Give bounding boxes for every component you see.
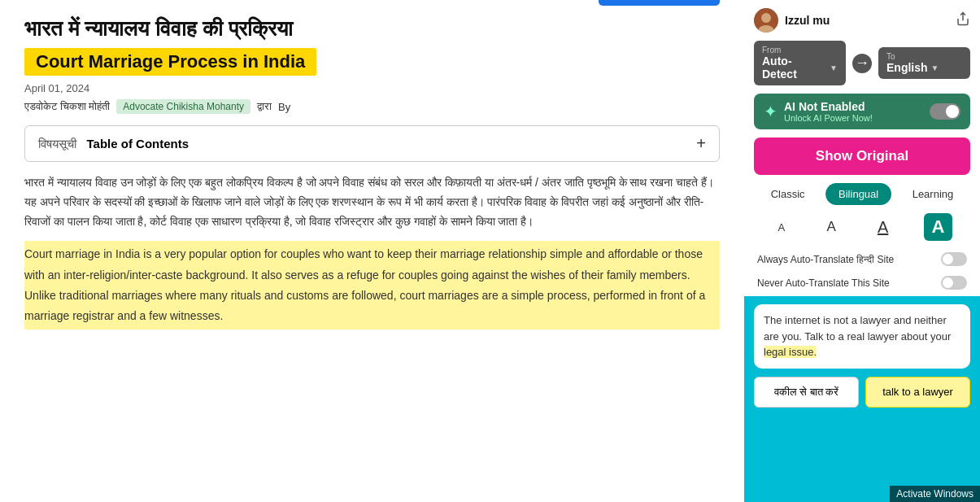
from-language-box[interactable]: From Auto-Detect ▼ <box>754 41 846 85</box>
to-dropdown-icon: ▼ <box>931 63 939 72</box>
user-row: Izzul mu <box>754 8 970 33</box>
chat-text: The internet is not a lawyer and neither… <box>764 314 951 343</box>
auto-translate-hindi-toggle[interactable] <box>941 252 967 266</box>
ai-toggle-row: ✦ AI Not Enabled Unlock AI Power Now! <box>754 94 970 129</box>
bilingual-mode-button[interactable]: Bilingual <box>825 183 891 205</box>
body-english-highlight: Court marriage in India is a very popula… <box>24 241 720 330</box>
show-original-button[interactable]: Show Original <box>754 138 970 175</box>
author-english-badge: Advocate Chikisha Mohanty <box>116 99 250 114</box>
main-title-english: Court Marriage Process in India <box>24 48 316 76</box>
bottom-buttons: वकील से बात करें talk to a lawyer <box>754 377 970 408</box>
body-hindi-text: भारत में न्यायालय विवाह उन जोड़ों के लिए… <box>24 173 720 231</box>
font-size-xlarge[interactable]: A <box>924 213 953 241</box>
sidebar-bottom: The internet is not a lawyer and neither… <box>744 296 980 502</box>
ai-text: AI Not Enabled Unlock AI Power Now! <box>784 100 873 123</box>
from-dropdown-icon: ▼ <box>830 63 838 72</box>
author-line: एडवोकेट चिकशा मोहंती Advocate Chikisha M… <box>24 99 720 114</box>
author-by-hindi: द्वारा <box>257 100 272 113</box>
auto-translate-hindi-label: Always Auto-Translate हिन्दी Site <box>757 254 894 265</box>
body-english-text: Court marriage in India is a very popula… <box>24 246 705 324</box>
from-value: Auto-Detect <box>762 55 826 81</box>
username: Izzul mu <box>785 14 830 27</box>
main-title-hindi: भारत में न्यायालय विवाह की प्रक्रिया <box>24 16 720 41</box>
font-size-medium[interactable]: A <box>820 216 842 238</box>
auto-translate-never-toggle[interactable] <box>941 276 967 290</box>
font-size-small[interactable]: A <box>772 218 792 237</box>
auto-translate-hindi-row: Always Auto-Translate हिन्दी Site <box>754 249 970 269</box>
auto-translate-never-label: Never Auto-Translate This Site <box>757 277 890 289</box>
lawyer-button[interactable]: talk to a lawyer <box>865 377 970 408</box>
toc-hindi-label: विषयसूची <box>38 137 76 151</box>
classic-mode-button[interactable]: Classic <box>758 183 818 205</box>
translate-arrow-icon: → <box>852 54 872 73</box>
vakeel-button[interactable]: वकील से बात करें <box>754 377 859 408</box>
toc-expand-icon[interactable]: + <box>696 134 706 153</box>
user-info: Izzul mu <box>754 8 830 33</box>
activate-text: Activate Windows <box>896 488 973 500</box>
sidebar-top: Izzul mu From Auto-Detect ▼ → To <box>744 0 980 296</box>
share-icon[interactable] <box>956 11 970 29</box>
read-english-button[interactable]: Read in English <box>599 0 720 6</box>
to-value: English <box>886 61 928 74</box>
ai-main-text: AI Not Enabled <box>784 100 873 113</box>
chat-bubble: The internet is not a lawyer and neither… <box>754 304 970 369</box>
avatar <box>754 8 778 33</box>
author-hindi: एडवोकेट चिकशा मोहंती <box>24 100 110 113</box>
ai-sub-text: Unlock AI Power Now! <box>784 113 873 123</box>
article-date: April 01, 2024 <box>24 82 720 94</box>
to-label: To <box>886 52 962 61</box>
learning-mode-button[interactable]: Learning <box>899 183 967 205</box>
main-content: Read in English भारत में न्यायालय विवाह … <box>0 0 744 502</box>
svg-point-1 <box>761 13 771 23</box>
from-label: From <box>762 46 838 55</box>
sidebar-panel: Izzul mu From Auto-Detect ▼ → To <box>744 0 980 502</box>
activate-windows-overlay: Activate Windows <box>890 486 980 502</box>
ai-toggle-switch[interactable] <box>930 103 960 120</box>
table-of-contents[interactable]: विषयसूची Table of Contents + <box>24 125 720 162</box>
font-size-large[interactable]: A <box>871 215 895 240</box>
ai-info: ✦ AI Not Enabled Unlock AI Power Now! <box>764 100 873 123</box>
toc-english-label: Table of Contents <box>87 137 189 151</box>
mode-row: Classic Bilingual Learning <box>754 183 970 205</box>
font-size-row: A A A A <box>754 213 970 241</box>
author-by-english: By <box>278 101 290 113</box>
language-row: From Auto-Detect ▼ → To English ▼ <box>754 41 970 85</box>
to-language-box[interactable]: To English ▼ <box>878 47 970 79</box>
chat-highlight: legal issue. <box>764 346 817 358</box>
auto-translate-never-row: Never Auto-Translate This Site <box>754 273 970 293</box>
ai-star-icon: ✦ <box>764 102 777 121</box>
